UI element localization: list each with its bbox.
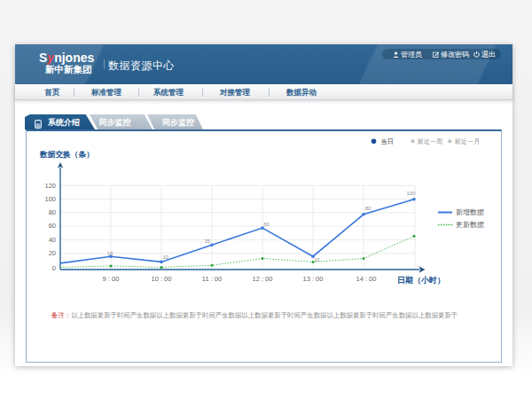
svg-text:更新数据: 更新数据: [456, 221, 484, 229]
svg-text:10: 10: [163, 254, 168, 260]
svg-text:新增数据: 新增数据: [456, 208, 484, 216]
svg-text:60: 60: [49, 222, 56, 230]
svg-text:9 : 00: 9 : 00: [103, 275, 120, 283]
svg-text:10 : 00: 10 : 00: [152, 275, 172, 283]
svg-text:10: 10: [314, 257, 319, 262]
svg-text:11 : 00: 11 : 00: [202, 275, 222, 283]
svg-text:0: 0: [52, 264, 56, 272]
svg-text:日期（小时）: 日期（小时）: [397, 276, 445, 285]
svg-text:14 : 00: 14 : 00: [356, 275, 377, 283]
svg-text:最近一周: 最近一周: [418, 137, 443, 145]
svg-text:60: 60: [263, 222, 269, 227]
svg-text:100: 100: [407, 191, 416, 196]
svg-text:100: 100: [44, 195, 56, 203]
svg-text:35: 35: [205, 239, 210, 244]
svg-text:18: 18: [107, 251, 113, 256]
svg-text:120: 120: [44, 182, 56, 190]
svg-text:最近一月: 最近一月: [454, 137, 480, 145]
svg-text:数据交换（条）: 数据交换（条）: [39, 150, 94, 159]
svg-text:40: 40: [49, 236, 56, 244]
svg-text:20: 20: [49, 249, 56, 257]
svg-text:80: 80: [49, 208, 56, 216]
svg-text:当日: 当日: [381, 137, 394, 145]
svg-text:80: 80: [365, 206, 371, 211]
svg-text:13 : 00: 13 : 00: [303, 275, 324, 283]
svg-text:12 : 00: 12 : 00: [253, 275, 273, 283]
